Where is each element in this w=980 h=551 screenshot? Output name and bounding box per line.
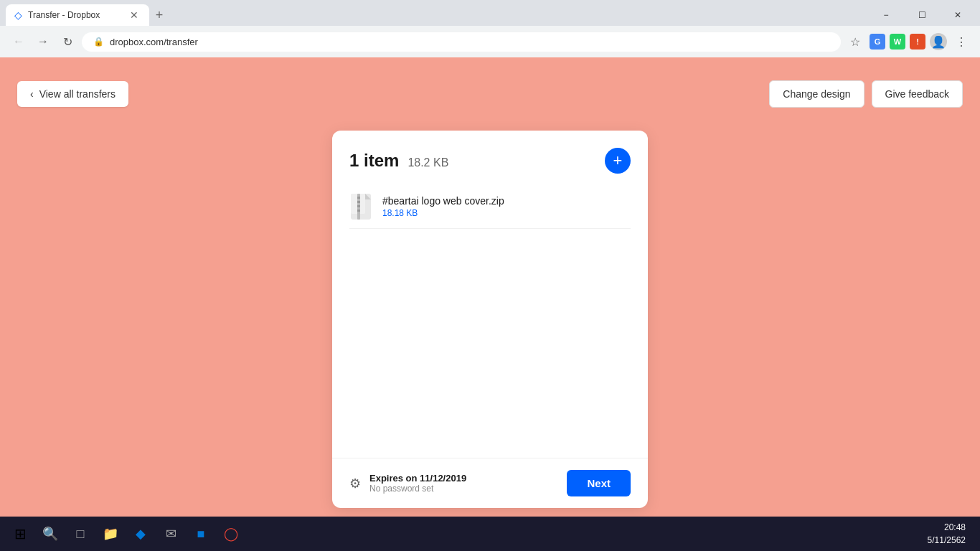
mail-button[interactable]: ✉ — [156, 519, 185, 548]
expires-label: Expires on 11/12/2019 — [369, 473, 466, 484]
settings-icon[interactable]: ⚙ — [349, 476, 361, 491]
browser-tab[interactable]: ◇ Transfer - Dropbox ✕ — [6, 4, 149, 26]
start-button[interactable]: ⊞ — [6, 519, 34, 548]
menu-button[interactable]: ⋮ — [951, 32, 971, 52]
extension-3-icon[interactable]: ! — [910, 34, 925, 50]
taskbar-tray: 20:48 5/11/2562 — [919, 521, 974, 547]
expires-info: Expires on 11/12/2019 No password set — [369, 473, 466, 494]
transfer-card: 1 item 18.2 KB + — [332, 131, 648, 508]
give-feedback-button[interactable]: Give feedback — [872, 80, 963, 108]
page-content: ‹ View all transfers Change design Give … — [0, 57, 980, 522]
clock-date: 5/11/2562 — [928, 534, 966, 547]
browser-chrome: ◇ Transfer - Dropbox ✕ + − ☐ ✕ ← → ↻ 🔒 d… — [0, 0, 980, 57]
store-button[interactable]: ■ — [187, 519, 215, 548]
taskbar: ⊞ 🔍 □ 📁 ◆ ✉ ■ ◯ 20:48 5/11/2562 — [0, 517, 980, 551]
browser-titlebar: ◇ Transfer - Dropbox ✕ + − ☐ ✕ — [0, 0, 980, 26]
profile-button[interactable]: 👤 — [930, 33, 947, 50]
url-text: dropbox.com/transfer — [110, 37, 198, 47]
tab-close-button[interactable]: ✕ — [128, 9, 141, 22]
view-all-transfers-button[interactable]: ‹ View all transfers — [17, 81, 128, 107]
no-password-label: No password set — [369, 484, 466, 494]
file-info: #beartai logo web cover.zip 18.18 KB — [382, 195, 631, 218]
item-count-area: 1 item 18.2 KB — [349, 151, 448, 171]
browser-controls: ← → ↻ 🔒 dropbox.com/transfer ☆ G W ! 👤 ⋮ — [0, 26, 980, 57]
back-arrow-icon: ‹ — [30, 88, 34, 100]
view-all-transfers-label: View all transfers — [39, 88, 116, 100]
top-right-actions: Change design Give feedback — [769, 80, 963, 108]
svg-rect-6 — [357, 205, 360, 207]
file-explorer-button[interactable]: 📁 — [96, 519, 125, 548]
file-item: #beartai logo web cover.zip 18.18 KB — [349, 185, 631, 229]
footer-left: ⚙ Expires on 11/12/2019 No password set — [349, 473, 466, 494]
dropbox-tab-icon: ◇ — [14, 9, 22, 21]
main-container: 1 item 18.2 KB + — [14, 131, 966, 508]
file-size: 18.18 KB — [382, 208, 631, 218]
reload-button[interactable]: ↻ — [57, 32, 77, 52]
task-view-button[interactable]: □ — [66, 519, 95, 548]
search-taskbar-button[interactable]: 🔍 — [36, 519, 65, 548]
top-bar: ‹ View all transfers Change design Give … — [14, 72, 966, 116]
back-button[interactable]: ← — [9, 32, 29, 52]
svg-rect-7 — [357, 209, 360, 212]
card-footer: ⚙ Expires on 11/12/2019 No password set … — [332, 458, 648, 508]
close-button[interactable]: ✕ — [941, 4, 974, 26]
forward-button[interactable]: → — [33, 32, 53, 52]
add-files-button[interactable]: + — [605, 148, 631, 174]
chrome-button[interactable]: ◯ — [217, 519, 245, 548]
file-name: #beartai logo web cover.zip — [382, 195, 631, 207]
address-bar[interactable]: 🔒 dropbox.com/transfer — [82, 32, 841, 52]
item-count: 1 item — [349, 151, 399, 171]
minimize-button[interactable]: − — [870, 4, 903, 26]
maximize-button[interactable]: ☐ — [905, 4, 938, 26]
svg-rect-4 — [357, 197, 360, 199]
svg-rect-5 — [357, 201, 360, 203]
extension-2-icon[interactable]: W — [890, 34, 905, 50]
new-tab-button[interactable]: + — [149, 5, 169, 25]
bookmark-button[interactable]: ☆ — [845, 32, 865, 52]
card-header: 1 item 18.2 KB + — [332, 131, 648, 185]
card-body: #beartai logo web cover.zip 18.18 KB — [332, 185, 648, 458]
change-design-button[interactable]: Change design — [769, 80, 864, 108]
taskbar-clock: 20:48 5/11/2562 — [919, 521, 974, 547]
tab-title: Transfer - Dropbox — [28, 10, 122, 20]
ie-button[interactable]: ◆ — [126, 519, 155, 548]
window-controls: − ☐ ✕ — [870, 4, 974, 26]
lock-icon: 🔒 — [93, 37, 104, 47]
zip-file-icon — [349, 192, 372, 221]
next-button[interactable]: Next — [567, 470, 631, 496]
item-size: 18.2 KB — [407, 156, 448, 169]
clock-time: 20:48 — [928, 521, 966, 534]
extension-1-icon[interactable]: G — [870, 34, 885, 50]
browser-action-buttons: ☆ G W ! 👤 ⋮ — [845, 32, 971, 52]
